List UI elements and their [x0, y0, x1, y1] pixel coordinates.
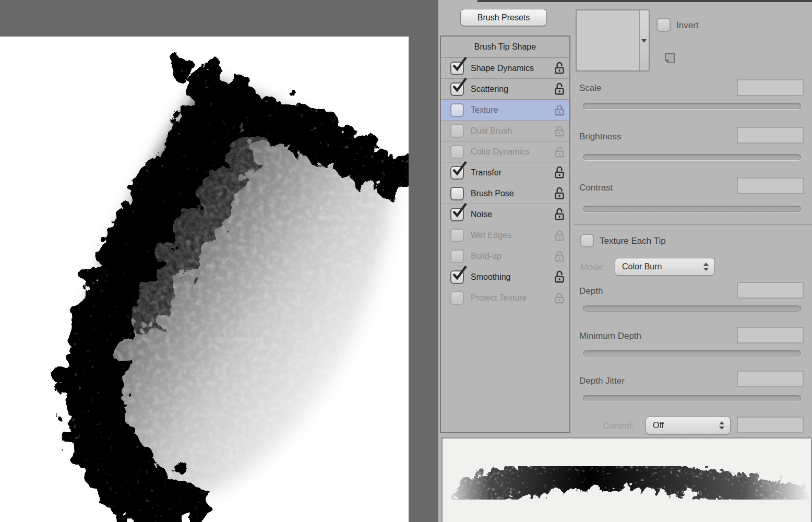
depth-jitter-label: Depth Jitter [579, 376, 625, 386]
lock-open-icon[interactable] [554, 270, 565, 284]
mode-dropdown[interactable]: Color Burn [615, 258, 715, 276]
brush-setting-label: Scattering [471, 85, 508, 94]
lock-open-icon[interactable] [554, 62, 565, 75]
lock-closed-icon[interactable] [554, 229, 565, 242]
invert-label: Invert [676, 20, 699, 31]
brush-setting-row-wet-edges[interactable]: Wet Edges [441, 225, 569, 246]
mode-label: Mode: [580, 262, 605, 272]
brush-setting-row-texture[interactable]: Texture [441, 100, 569, 121]
lock-closed-icon[interactable] [554, 145, 565, 159]
brush-setting-label: Protect Texture [471, 293, 527, 303]
control-dropdown[interactable]: Off [646, 417, 731, 434]
lock-closed-icon[interactable] [554, 103, 565, 117]
contrast-label: Contrast [579, 183, 613, 193]
depth-jitter-slider[interactable] [583, 395, 801, 401]
brush-setting-label: Smoothing [471, 272, 511, 282]
checkbox-unchecked-icon[interactable] [450, 250, 464, 263]
up-down-arrows-icon [719, 421, 725, 430]
brush-presets-button[interactable]: Brush Presets [460, 9, 547, 26]
photoshop-workspace: Brush Presets Brush Tip Shape Shape Dyna… [0, 0, 812, 522]
brush-setting-label: Dual Brush [471, 126, 512, 136]
minimum-depth-label: Minimum Depth [579, 331, 641, 341]
depth-slider[interactable] [583, 305, 801, 312]
checkbox-unchecked-icon[interactable] [450, 103, 464, 117]
texture-pattern-picker[interactable] [576, 9, 650, 72]
brush-setting-row-smoothing[interactable]: Smoothing [441, 267, 569, 288]
depth-label: Depth [579, 286, 603, 296]
brightness-slider[interactable] [583, 154, 801, 160]
brush-setting-label: Texture [471, 105, 498, 115]
up-down-arrows-icon [703, 262, 709, 271]
brightness-input[interactable] [737, 127, 804, 144]
brush-setting-row-build-up[interactable]: Build-up [441, 246, 569, 267]
brush-setting-row-dual-brush[interactable]: Dual Brush [441, 121, 569, 141]
lock-closed-icon[interactable] [554, 124, 565, 138]
contrast-slider[interactable] [583, 206, 801, 212]
brush-settings-list: Brush Tip Shape Shape DynamicsScattering… [440, 35, 570, 433]
chevron-down-icon [641, 39, 647, 43]
brush-settings-panel: Brush Presets Brush Tip Shape Shape Dyna… [438, 0, 812, 522]
checkbox-checked-icon[interactable] [450, 82, 464, 96]
checkbox-checked-icon[interactable] [450, 166, 464, 180]
brush-setting-row-protect-texture[interactable]: Protect Texture [441, 288, 569, 309]
scale-label: Scale [579, 83, 602, 93]
brush-setting-label: Wet Edges [471, 231, 511, 240]
scale-input[interactable] [737, 79, 804, 96]
checkbox-checked-icon[interactable] [450, 62, 464, 75]
checkbox-checked-icon[interactable] [450, 208, 464, 221]
lock-closed-icon[interactable] [554, 291, 565, 305]
brush-setting-row-shape-dynamics[interactable]: Shape Dynamics [441, 58, 569, 79]
brush-setting-label: Color Dynamics [471, 147, 530, 157]
control-input[interactable] [737, 417, 804, 433]
texture-each-tip-label: Texture Each Tip [600, 236, 666, 246]
minimum-depth-input[interactable] [737, 327, 804, 343]
panel-top-divider [477, 0, 812, 2]
brush-setting-row-color-dynamics[interactable]: Color Dynamics [441, 141, 569, 162]
brush-setting-label: Brush Pose [471, 189, 514, 198]
contrast-input[interactable] [737, 177, 804, 194]
checkbox-unchecked-icon[interactable] [450, 145, 464, 159]
lock-open-icon[interactable] [554, 208, 565, 221]
brush-setting-label: Build-up [471, 252, 501, 261]
control-value: Off [653, 421, 664, 430]
new-texture-from-brush-icon[interactable] [664, 52, 676, 64]
charcoal-stroke-artwork [0, 37, 409, 522]
checkbox-unchecked-icon[interactable] [450, 124, 464, 138]
checkbox-unchecked-icon[interactable] [450, 187, 464, 200]
brush-setting-label: Noise [471, 210, 492, 219]
checkbox-unchecked-icon[interactable] [450, 229, 464, 242]
lock-open-icon[interactable] [554, 187, 565, 200]
mode-value: Color Burn [622, 262, 662, 271]
depth-input[interactable] [737, 282, 804, 299]
invert-checkbox[interactable] [656, 18, 671, 32]
section-divider [574, 224, 812, 225]
texture-picker-dropdown-strip[interactable] [639, 10, 649, 70]
brush-setting-label: Shape Dynamics [471, 64, 534, 73]
depth-jitter-input[interactable] [737, 371, 804, 387]
lock-open-icon[interactable] [554, 82, 565, 96]
brush-stroke-preview [441, 437, 812, 522]
brush-setting-row-noise[interactable]: Noise [441, 204, 569, 225]
brush-setting-row-transfer[interactable]: Transfer [441, 162, 569, 183]
brush-setting-label: Transfer [471, 168, 501, 177]
brush-tip-shape-item[interactable]: Brush Tip Shape [441, 37, 569, 58]
preview-stroke-artwork [443, 438, 811, 521]
lock-closed-icon[interactable] [554, 250, 565, 263]
checkbox-unchecked-icon[interactable] [450, 291, 464, 305]
checkbox-checked-icon[interactable] [450, 270, 464, 284]
document-canvas[interactable] [0, 37, 409, 522]
brightness-label: Brightness [579, 132, 621, 142]
control-label: Control: [603, 421, 634, 431]
texture-each-tip-checkbox[interactable] [580, 234, 594, 247]
brush-setting-row-brush-pose[interactable]: Brush Pose [441, 183, 569, 204]
minimum-depth-slider[interactable] [583, 350, 801, 357]
lock-open-icon[interactable] [554, 166, 565, 180]
brush-settings-list-rows: Shape DynamicsScatteringTextureDual Brus… [441, 58, 569, 309]
brush-setting-row-scattering[interactable]: Scattering [441, 79, 569, 100]
scale-slider[interactable] [583, 103, 801, 109]
